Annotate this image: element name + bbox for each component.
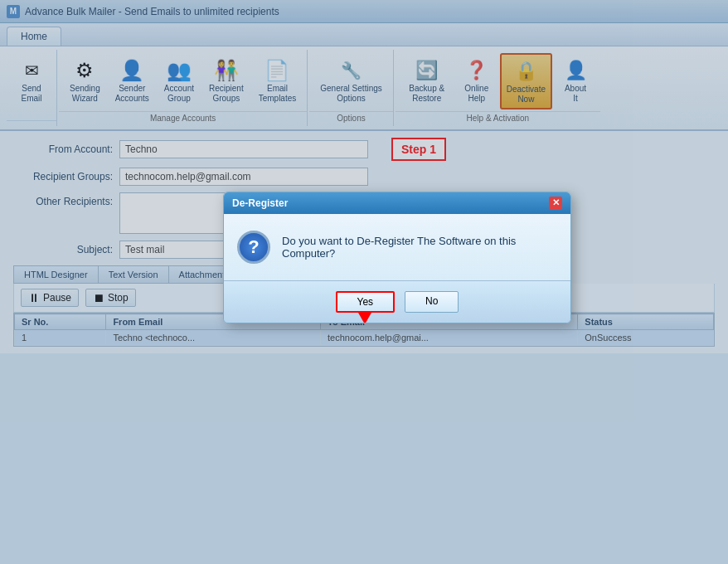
modal-footer: Yes No	[224, 280, 570, 323]
step2-arrow	[358, 313, 371, 323]
modal-overlay: De-Register ✕ ? Do you want to De-Regist…	[0, 0, 728, 353]
modal-question-icon: ?	[237, 231, 270, 264]
modal-title: De-Register	[232, 197, 288, 209]
modal-close-button[interactable]: ✕	[549, 197, 562, 210]
modal-body: ? Do you want to De-Register The Softwar…	[224, 214, 570, 280]
yes-button[interactable]: Yes	[336, 291, 396, 313]
no-button[interactable]: No	[405, 291, 459, 313]
yes-btn-container: Yes	[336, 291, 396, 313]
deregister-modal: De-Register ✕ ? Do you want to De-Regist…	[223, 192, 571, 323]
modal-title-bar: De-Register ✕	[224, 192, 570, 214]
modal-message: Do you want to De-Register The Software …	[282, 235, 557, 260]
